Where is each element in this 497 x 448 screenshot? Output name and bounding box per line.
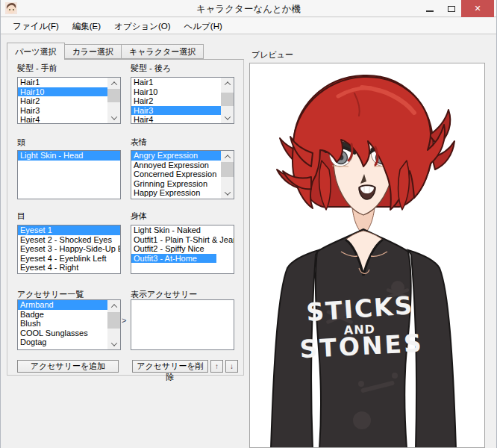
accessories-list[interactable]: ArmbandBadgeBlushCOOL SunglassesDogtag <box>17 299 121 350</box>
list-item[interactable]: Angry Expression <box>131 151 221 161</box>
add-accessory-button[interactable]: アクセサリーを追加 <box>17 360 119 373</box>
minimize-icon <box>426 10 434 12</box>
hair-front-list[interactable]: Hair1Hair10Hair2Hair3Hair4 <box>17 77 121 124</box>
scroll-down-icon[interactable] <box>107 112 120 123</box>
preview-label: プレビュー <box>251 49 293 60</box>
tab-parts[interactable]: パーツ選択 <box>7 43 65 60</box>
expression-label: 表情 <box>131 137 147 148</box>
scrollbar[interactable] <box>107 300 120 349</box>
scroll-thumb[interactable] <box>221 93 234 106</box>
tab-character[interactable]: キャラクター選択 <box>122 44 204 59</box>
list-item[interactable]: Outfit2 - Spiffy Nice <box>131 244 234 254</box>
scroll-thumb[interactable] <box>107 312 120 329</box>
tab-color[interactable]: カラー選択 <box>65 44 122 59</box>
maximize-button[interactable] <box>442 0 461 17</box>
menu-edit[interactable]: 編集(E) <box>66 18 107 34</box>
scrollbar[interactable] <box>221 78 234 123</box>
scroll-up-icon[interactable] <box>221 78 234 89</box>
list-item[interactable]: Hair3 <box>18 106 107 116</box>
scroll-down-icon[interactable] <box>107 338 120 349</box>
list-item[interactable]: Armband <box>18 300 107 310</box>
list-item[interactable]: Happy Expression <box>131 188 221 198</box>
list-item[interactable]: Hair10 <box>18 87 107 97</box>
maximize-icon <box>448 6 455 12</box>
eyes-list[interactable]: Eyeset 1Eyeset 2 - Shocked EyesEyeset 3 … <box>17 225 121 274</box>
move-up-button[interactable]: ↑ <box>210 360 223 373</box>
list-item[interactable]: Dogtag <box>18 337 107 347</box>
menu-bar: ファイル(F) 編集(E) オプション(O) ヘルプ(H) <box>1 18 496 34</box>
preview-pane: STICKS AND STONES <box>249 63 485 448</box>
eyes-label: 目 <box>17 211 25 222</box>
scroll-down-icon[interactable] <box>221 187 234 199</box>
list-item[interactable]: Annoyed Expression <box>131 161 221 170</box>
body-label: 身体 <box>131 211 147 222</box>
list-item[interactable]: Hair10 <box>131 87 221 97</box>
list-item[interactable]: COOL Sunglasses <box>18 329 107 338</box>
list-item[interactable]: Hair4 <box>18 115 107 124</box>
close-button[interactable]: ✕ <box>461 0 494 17</box>
list-item[interactable]: Grinning Expression <box>131 179 221 189</box>
scroll-thumb[interactable] <box>107 89 120 102</box>
app-window: キャラクターなんとか機 ✕ ファイル(F) 編集(E) オプション(O) ヘルプ… <box>0 0 497 448</box>
scrollbar[interactable] <box>221 151 234 199</box>
menu-options[interactable]: オプション(O) <box>107 18 177 34</box>
transfer-button[interactable]: > <box>122 316 126 325</box>
title-bar: キャラクターなんとか機 ✕ <box>1 0 496 17</box>
list-item[interactable]: Concerned Expression <box>131 169 221 179</box>
list-item[interactable]: Eyeset 4 - Right <box>18 263 120 273</box>
list-item[interactable]: Outfit1 - Plain T-Shirt & Jeans <box>131 235 234 245</box>
scrollbar[interactable] <box>107 78 120 123</box>
list-item[interactable]: Hair3 <box>131 106 221 116</box>
list-item[interactable]: Hair2 <box>18 96 107 106</box>
body-list[interactable]: Light Skin - NakedOutfit1 - Plain T-Shir… <box>131 225 234 274</box>
list-item[interactable]: Hair4 <box>131 115 221 124</box>
hair-front-label: 髪型 - 手前 <box>17 63 57 74</box>
list-item[interactable]: Light Skin - Head <box>18 151 120 161</box>
hair-back-label: 髪型 - 後ろ <box>131 63 171 74</box>
head-list[interactable]: Light Skin - Head <box>17 150 121 199</box>
character-preview: STICKS AND STONES <box>250 63 485 448</box>
list-item[interactable]: Badge <box>18 310 107 320</box>
remove-accessory-button[interactable]: アクセサリーを削除 <box>132 360 208 373</box>
scroll-down-icon[interactable] <box>221 112 234 123</box>
head-label: 頭 <box>17 137 25 148</box>
move-down-button[interactable]: ↓ <box>225 360 238 373</box>
close-icon: ✕ <box>474 4 481 13</box>
list-item[interactable]: Hair2 <box>131 96 221 106</box>
scroll-up-icon[interactable] <box>107 300 120 311</box>
scroll-up-icon[interactable] <box>107 78 120 89</box>
parts-panel: 髪型 - 手前 Hair1Hair10Hair2Hair3Hair4 髪型 - … <box>7 59 244 376</box>
scroll-up-icon[interactable] <box>221 151 234 162</box>
shown-accessories-label: 表示アクセサリー <box>131 289 197 300</box>
list-item[interactable]: Eyeset 3 - Happy-Side-Up Ey <box>18 244 120 254</box>
tab-strip: パーツ選択 カラー選択 キャラクター選択 <box>7 43 204 59</box>
list-item[interactable]: Eyeset 1 <box>18 225 120 235</box>
list-item[interactable]: Hair1 <box>18 78 107 87</box>
list-item[interactable]: Outfit3 - At-Home <box>131 254 216 264</box>
menu-file[interactable]: ファイル(F) <box>6 18 66 34</box>
expression-list[interactable]: Angry ExpressionAnnoyed ExpressionConcer… <box>131 150 234 199</box>
shown-accessories-list[interactable] <box>131 299 234 350</box>
list-item[interactable]: Hair1 <box>131 78 221 87</box>
menu-help[interactable]: ヘルプ(H) <box>178 18 229 34</box>
accessories-label: アクセサリー一覧 <box>17 289 84 300</box>
scroll-thumb[interactable] <box>221 162 234 177</box>
hair-back-list[interactable]: Hair1Hair10Hair2Hair3Hair4 <box>131 77 234 124</box>
list-item[interactable]: Blush <box>18 319 107 329</box>
list-item[interactable]: Light Skin - Naked <box>131 225 234 235</box>
minimize-button[interactable] <box>418 0 442 17</box>
list-item[interactable]: Eyeset 4 - Eyeblink Left <box>18 254 120 264</box>
list-item[interactable]: Eyeset 2 - Shocked Eyes <box>18 235 120 245</box>
